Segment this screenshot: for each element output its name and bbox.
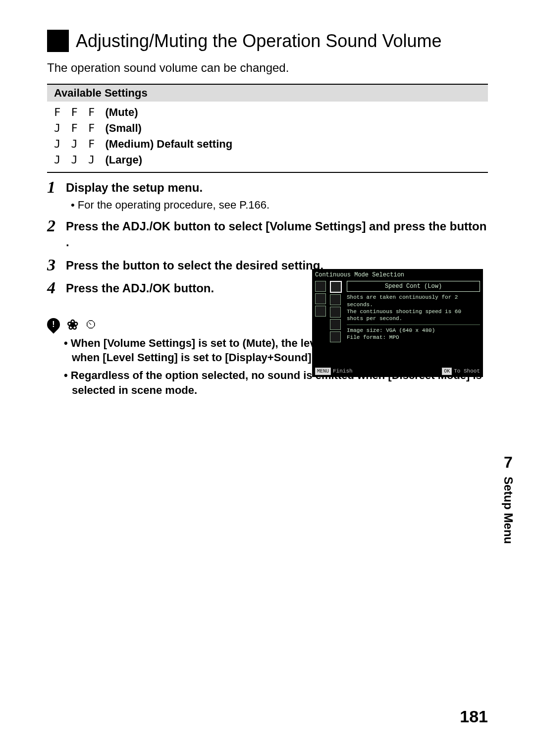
settings-header: Available Settings [47, 85, 488, 102]
page-number: 181 [460, 707, 488, 726]
page: Adjusting/Muting the Operation Sound Vol… [0, 0, 535, 756]
caution-icon [45, 316, 63, 334]
lcd-divider [347, 324, 480, 325]
settings-body: F F F (Mute) J F F (Small) J J F (Medium… [47, 102, 488, 172]
settings-name: (Medium) [105, 138, 154, 150]
settings-name: (Small) [105, 122, 141, 134]
option-icon-selected [330, 281, 342, 293]
lcd-selected-option: Speed Cont (Low) [347, 281, 480, 292]
lcd-mid-column [328, 281, 347, 344]
step-head: Press the ADJ./OK button to select [Volu… [66, 218, 488, 251]
settings-prefix: J F F [54, 122, 105, 134]
lcd-footer: MENUFinish OKTo Shoot [315, 368, 480, 376]
chapter-label: Setup Menu [501, 477, 515, 544]
macro-icon: ❀ [67, 317, 78, 333]
step-1: Display the setup menu. • For the operat… [47, 180, 488, 212]
option-icon [330, 331, 341, 342]
title-block: Adjusting/Muting the Operation Sound Vol… [47, 30, 488, 52]
settings-prefix: J J F [54, 138, 105, 150]
camera-icon [315, 293, 326, 304]
lcd-screenshot: Continuous Mode Selection Speed Cont (Lo… [312, 269, 483, 377]
lcd-title: Continuous Mode Selection [315, 271, 480, 279]
lcd-text-column: Speed Cont (Low) Shots are taken continu… [347, 281, 480, 341]
settings-row: J J F (Medium) Default setting [54, 136, 481, 152]
step-2: Press the ADJ./OK button to select [Volu… [47, 218, 488, 251]
step-sub: • For the operating procedure, see P.166… [66, 199, 488, 212]
lcd-footer-right: To Shoot [454, 368, 480, 374]
step-head: Display the setup menu. [66, 180, 488, 196]
option-icon [330, 307, 341, 318]
option-icon [330, 319, 341, 330]
lcd-desc: File format: MPO [347, 334, 480, 341]
timer-icon: ⏲ [85, 318, 97, 331]
settings-row: J J J (Large) [54, 152, 481, 168]
settings-suffix: Default setting [154, 138, 232, 150]
lcd-desc: The continuous shooting speed is 60 shot… [347, 308, 480, 323]
menu-tag: MENU [315, 368, 331, 376]
lcd-desc: Image size: VGA (640 x 480) [347, 327, 480, 334]
option-icon [330, 294, 341, 305]
lcd-desc: Shots are taken continuously for 2 secon… [347, 294, 480, 308]
page-title: Adjusting/Muting the Operation Sound Vol… [69, 30, 441, 52]
chapter-number: 7 [501, 453, 515, 472]
lcd-footer-left: Finish [333, 368, 353, 374]
settings-icon [315, 306, 326, 317]
settings-prefix: J J J [54, 154, 105, 166]
mode-icon [315, 281, 326, 292]
settings-box: Available Settings F F F (Mute) J F F (S… [47, 84, 488, 173]
settings-row: J F F (Small) [54, 120, 481, 136]
settings-name: (Mute) [105, 106, 138, 118]
settings-prefix: F F F [54, 106, 105, 118]
intro-text: The operation sound volume can be change… [47, 61, 488, 75]
side-tab: 7 Setup Menu [501, 453, 515, 544]
ok-tag: OK [442, 368, 452, 376]
lcd-left-column [315, 281, 328, 318]
settings-row: F F F (Mute) [54, 105, 481, 120]
settings-name: (Large) [105, 154, 142, 166]
title-bar-icon [47, 30, 69, 52]
